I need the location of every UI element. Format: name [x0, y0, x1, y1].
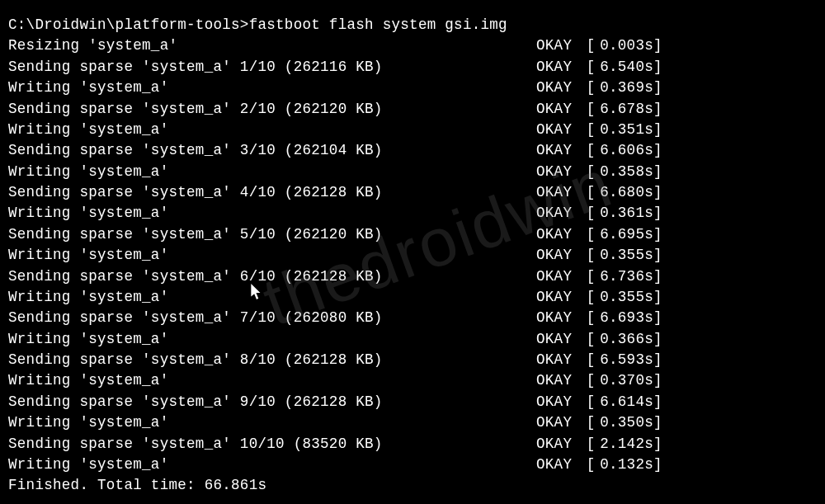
bracket-right: ]: [653, 266, 662, 287]
bracket-left: [: [578, 140, 589, 161]
operation-text: Writing 'system_a': [8, 162, 536, 182]
output-line: Writing 'system_a'OKAY [0.358s]: [8, 162, 817, 182]
bracket-right: ]: [653, 224, 662, 245]
prompt-line: C:\Droidwin\platform-tools>fastboot flas…: [8, 15, 817, 35]
status-text: OKAY: [536, 78, 578, 98]
bracket-left: [: [578, 434, 589, 455]
time-text: 0.366s: [589, 329, 653, 350]
bracket-left: [: [578, 370, 589, 391]
bracket-left: [: [578, 412, 589, 433]
operation-text: Writing 'system_a': [8, 329, 536, 350]
output-line: Writing 'system_a'OKAY [0.350s]: [8, 412, 817, 433]
time-text: 6.540s: [589, 57, 653, 78]
status-text: OKAY: [536, 99, 578, 120]
bracket-right: ]: [653, 308, 662, 328]
bracket-left: [: [578, 392, 589, 412]
time-text: 6.695s: [589, 224, 653, 245]
bracket-left: [: [578, 350, 589, 370]
bracket-right: ]: [653, 182, 662, 203]
bracket-right: ]: [653, 203, 662, 224]
output-line: Writing 'system_a'OKAY [0.361s]: [8, 203, 817, 224]
status-text: OKAY: [536, 182, 578, 203]
bracket-right: ]: [653, 57, 662, 78]
bracket-right: ]: [653, 392, 662, 412]
operation-text: Writing 'system_a': [8, 412, 536, 433]
bracket-left: [: [578, 99, 589, 120]
time-text: 0.351s: [589, 120, 653, 140]
output-line: Sending sparse 'system_a' 3/10 (262104 K…: [8, 140, 817, 161]
time-text: 6.614s: [589, 392, 653, 412]
bracket-right: ]: [653, 455, 662, 475]
operation-text: Sending sparse 'system_a' 1/10 (262116 K…: [8, 57, 536, 78]
operation-text: Writing 'system_a': [8, 78, 536, 98]
bracket-left: [: [578, 35, 589, 56]
status-text: OKAY: [536, 57, 578, 78]
time-text: 0.358s: [589, 162, 653, 182]
status-text: OKAY: [536, 412, 578, 433]
bracket-left: [: [578, 266, 589, 287]
bracket-right: ]: [653, 329, 662, 350]
status-text: OKAY: [536, 203, 578, 224]
status-text: OKAY: [536, 287, 578, 308]
time-text: 0.355s: [589, 287, 653, 308]
status-text: OKAY: [536, 224, 578, 245]
operation-text: Writing 'system_a': [8, 203, 536, 224]
status-text: OKAY: [536, 162, 578, 182]
time-text: 6.678s: [589, 99, 653, 120]
output-line: Writing 'system_a'OKAY [0.370s]: [8, 370, 817, 391]
operation-text: Sending sparse 'system_a' 3/10 (262104 K…: [8, 140, 536, 161]
time-text: 0.370s: [589, 370, 653, 391]
operation-text: Sending sparse 'system_a' 7/10 (262080 K…: [8, 308, 536, 328]
bracket-left: [: [578, 57, 589, 78]
status-text: OKAY: [536, 434, 578, 455]
prompt-command: fastboot flash system gsi.img: [249, 16, 507, 33]
operation-text: Writing 'system_a': [8, 370, 536, 391]
bracket-right: ]: [653, 434, 662, 455]
output-line: Sending sparse 'system_a' 9/10 (262128 K…: [8, 392, 817, 412]
time-text: 6.593s: [589, 350, 653, 370]
output-line: Sending sparse 'system_a' 1/10 (262116 K…: [8, 57, 817, 78]
time-text: 6.693s: [589, 308, 653, 328]
bracket-right: ]: [653, 370, 662, 391]
output-line: Writing 'system_a'OKAY [0.369s]: [8, 78, 817, 98]
operation-text: Sending sparse 'system_a' 6/10 (262128 K…: [8, 266, 536, 287]
output-line: Writing 'system_a'OKAY [0.355s]: [8, 245, 817, 266]
output-line: Sending sparse 'system_a' 2/10 (262120 K…: [8, 99, 817, 120]
bracket-right: ]: [653, 120, 662, 140]
operation-text: Sending sparse 'system_a' 8/10 (262128 K…: [8, 350, 536, 370]
finished-line: Finished. Total time: 66.861s: [8, 475, 817, 496]
bracket-right: ]: [653, 140, 662, 161]
output-line: Sending sparse 'system_a' 5/10 (262120 K…: [8, 224, 817, 245]
output-line: Sending sparse 'system_a' 8/10 (262128 K…: [8, 350, 817, 370]
status-text: OKAY: [536, 392, 578, 412]
bracket-right: ]: [653, 35, 662, 56]
bracket-left: [: [578, 287, 589, 308]
time-text: 0.132s: [589, 455, 653, 475]
bracket-left: [: [578, 224, 589, 245]
time-text: 0.361s: [589, 203, 653, 224]
status-text: OKAY: [536, 329, 578, 350]
status-text: OKAY: [536, 308, 578, 328]
bracket-left: [: [578, 245, 589, 266]
output-line: Resizing 'system_a'OKAY [0.003s]: [8, 35, 817, 56]
bracket-left: [: [578, 203, 589, 224]
time-text: 0.350s: [589, 412, 653, 433]
bracket-left: [: [578, 162, 589, 182]
bracket-right: ]: [653, 99, 662, 120]
bracket-left: [: [578, 329, 589, 350]
output-line: Sending sparse 'system_a' 7/10 (262080 K…: [8, 308, 817, 328]
time-text: 0.355s: [589, 245, 653, 266]
output-line: Writing 'system_a'OKAY [0.355s]: [8, 287, 817, 308]
operation-text: Writing 'system_a': [8, 120, 536, 140]
operation-text: Sending sparse 'system_a' 5/10 (262120 K…: [8, 224, 536, 245]
status-text: OKAY: [536, 120, 578, 140]
output-line: Sending sparse 'system_a' 6/10 (262128 K…: [8, 266, 817, 287]
bracket-right: ]: [653, 287, 662, 308]
output-line: Writing 'system_a'OKAY [0.351s]: [8, 120, 817, 140]
bracket-left: [: [578, 182, 589, 203]
bracket-left: [: [578, 455, 589, 475]
status-text: OKAY: [536, 140, 578, 161]
bracket-right: ]: [653, 245, 662, 266]
output-line: Sending sparse 'system_a' 4/10 (262128 K…: [8, 182, 817, 203]
terminal-output: Resizing 'system_a'OKAY [0.003s]Sending …: [8, 35, 817, 475]
